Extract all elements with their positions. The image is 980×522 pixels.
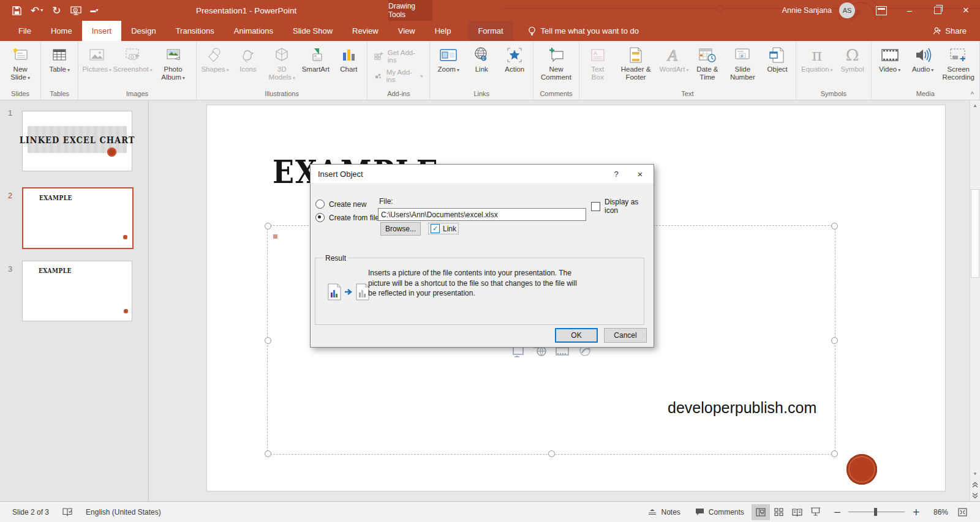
language-indicator[interactable]: English (United States) — [86, 508, 161, 516]
dialog-close-button[interactable]: × — [627, 165, 654, 183]
slide-number-button[interactable]: # Slide Number — [724, 43, 761, 81]
previous-slide-button[interactable] — [970, 479, 980, 490]
photo-album-button[interactable]: Photo Album▾ — [152, 43, 194, 82]
reading-view-button[interactable] — [788, 504, 807, 520]
tab-insert[interactable]: Insert — [82, 21, 122, 41]
tab-transitions[interactable]: Transitions — [166, 21, 224, 41]
zoom-in-button[interactable]: + — [911, 502, 924, 522]
object-button[interactable]: Object — [761, 43, 794, 73]
zoom-slider-thumb[interactable] — [874, 508, 877, 516]
dropdown-caret-icon: ▾ — [931, 67, 933, 73]
zoom-slider[interactable] — [848, 512, 905, 512]
next-slide-button[interactable] — [970, 490, 980, 501]
new-comment-button[interactable]: New Comment — [535, 43, 576, 81]
slide-sorter-view-button[interactable] — [770, 504, 788, 520]
restore-icon — [934, 7, 941, 14]
tab-slide-show[interactable]: Slide Show — [283, 21, 342, 41]
tell-me-box[interactable]: Tell me what you want to do — [528, 21, 639, 41]
ok-button[interactable]: OK — [555, 328, 598, 343]
selection-handle-top-right[interactable] — [831, 223, 838, 229]
redo-button[interactable]: ↻ — [52, 6, 61, 16]
ribbon-group-images: Pictures▾ Screenshot▾ Photo Album▾ Image… — [78, 41, 197, 100]
header-footer-button[interactable]: Header & Footer — [614, 43, 658, 81]
customize-qat-button[interactable]: ▬▾ — [91, 8, 99, 13]
undo-button[interactable]: ↶▾ — [31, 6, 43, 16]
selection-handle-bottom-left[interactable] — [265, 450, 271, 457]
slide-indicator[interactable]: Slide 2 of 3 — [12, 508, 49, 516]
tab-animations[interactable]: Animations — [224, 21, 283, 41]
close-button[interactable]: × — [952, 0, 980, 21]
symbol-omega-icon: Ω — [846, 45, 859, 65]
create-new-radio[interactable]: Create new — [315, 199, 366, 209]
scrollbar-thumb[interactable] — [971, 189, 979, 278]
my-addins-button: My Add-ins ▾ — [374, 69, 423, 83]
dialog-help-button[interactable]: ? — [606, 165, 627, 183]
dropdown-caret-icon: ▾ — [109, 67, 111, 73]
slide-thumbnail-2[interactable]: EXAMPLE — [22, 187, 134, 249]
selection-handle-middle-left[interactable] — [265, 337, 271, 344]
stamp-logo — [124, 309, 128, 313]
tab-review[interactable]: Review — [342, 21, 388, 41]
ribbon-display-icon — [876, 6, 887, 15]
link-checkbox[interactable]: ✓ Link — [428, 223, 459, 234]
group-label-text: Text — [581, 89, 794, 100]
action-button[interactable]: Action — [498, 43, 531, 73]
save-button[interactable] — [12, 6, 21, 15]
lightbulb-icon — [528, 26, 536, 36]
fit-to-window-button[interactable] — [953, 504, 971, 520]
link-label: Link — [443, 225, 456, 233]
screen-recording-button[interactable]: Screen Recording — [940, 43, 978, 81]
restore-button[interactable] — [924, 0, 952, 21]
radio-selected-icon — [315, 213, 325, 222]
browse-button[interactable]: Browse... — [380, 222, 421, 236]
thumbnail-title: EXAMPLE — [39, 267, 72, 274]
selection-handle-top-left[interactable] — [265, 223, 271, 229]
slide-show-view-button[interactable] — [807, 504, 825, 520]
result-label: Result — [323, 254, 349, 263]
display-as-icon-checkbox[interactable]: Display as icon — [591, 198, 654, 215]
selection-handle-bottom-right[interactable] — [831, 450, 838, 457]
video-button[interactable]: Video▾ — [873, 43, 907, 74]
start-from-beginning-button[interactable] — [70, 6, 81, 15]
create-from-file-radio[interactable]: Create from file — [315, 213, 379, 222]
smartart-button[interactable]: SmartArt — [299, 43, 332, 73]
ribbon-display-options-button[interactable] — [867, 0, 895, 21]
notes-button[interactable]: Notes — [641, 502, 687, 522]
normal-view-button[interactable] — [752, 504, 770, 520]
spell-check-icon[interactable] — [62, 507, 72, 516]
share-button[interactable]: Share — [933, 21, 980, 41]
file-path-input[interactable] — [378, 208, 586, 221]
table-button[interactable]: Table▾ — [43, 43, 76, 74]
avatar[interactable]: AS — [839, 2, 855, 18]
tab-home[interactable]: Home — [41, 21, 82, 41]
selection-handle-middle-right[interactable] — [831, 337, 838, 344]
comments-button[interactable]: Comments — [688, 502, 752, 522]
selection-handle-bottom-center[interactable] — [548, 450, 555, 457]
slide-thumbnail-3[interactable]: EXAMPLE — [22, 261, 132, 321]
new-slide-button[interactable]: New Slide▾ — [2, 43, 39, 82]
link-button[interactable]: Link — [465, 43, 498, 73]
ribbon-group-links: Zoom▾ Link Action Links — [430, 41, 533, 100]
zoom-out-button[interactable]: − — [825, 502, 843, 522]
scrollbar-track[interactable] — [970, 111, 980, 469]
minimize-button[interactable]: – — [895, 0, 924, 21]
collapse-ribbon-button[interactable]: ^ — [971, 91, 974, 98]
tab-help[interactable]: Help — [425, 21, 461, 41]
scroll-up-button[interactable]: ▲ — [970, 100, 980, 111]
date-time-button[interactable]: Date & Time — [690, 43, 724, 81]
group-label-addins: Add-ins — [369, 89, 428, 100]
tab-view[interactable]: View — [388, 21, 425, 41]
dropdown-caret-icon: ▾ — [831, 67, 833, 73]
audio-button[interactable]: Audio▾ — [907, 43, 940, 74]
zoom-level[interactable]: 86% — [924, 508, 953, 516]
slide-thumbnail-1[interactable]: LINKED EXCEL CHART — [22, 111, 132, 171]
zoom-button[interactable]: Zoom▾ — [432, 43, 465, 74]
chart-button[interactable]: Chart — [332, 43, 365, 73]
cancel-button[interactable]: Cancel — [604, 328, 647, 343]
vertical-scrollbar[interactable]: ▲ ▼ — [970, 100, 980, 501]
tab-file[interactable]: File — [9, 21, 41, 41]
dropdown-caret-icon: ▾ — [226, 67, 228, 73]
tab-format[interactable]: Format — [468, 21, 513, 41]
tab-design[interactable]: Design — [121, 21, 165, 41]
scroll-down-button[interactable]: ▼ — [970, 469, 980, 479]
